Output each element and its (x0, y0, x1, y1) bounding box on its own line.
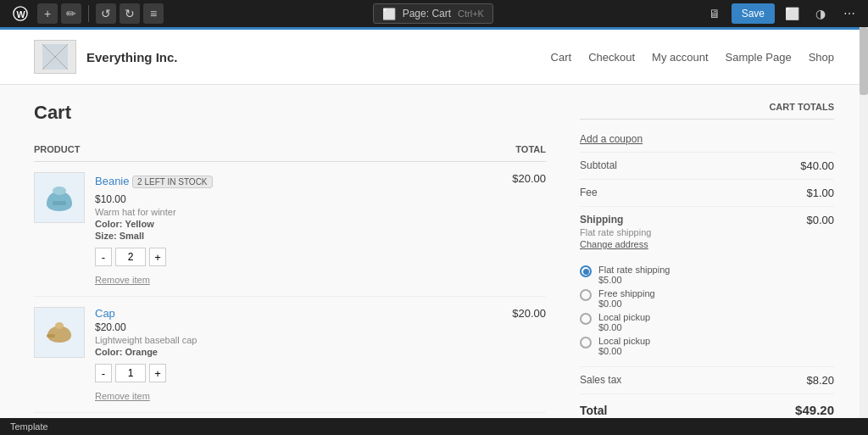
subtotal-label: Subtotal (580, 159, 617, 171)
change-address-link[interactable]: Change address (580, 239, 651, 249)
product-desc-beanie: Warm hat for winter (95, 207, 465, 217)
page-indicator[interactable]: ⬜ Page: Cart Ctrl+K (373, 3, 493, 24)
cart-totals-title: CART TOTALS (580, 102, 834, 120)
list-view-button[interactable]: ≡ (143, 3, 164, 24)
total-beanie: $20.00 (465, 162, 546, 297)
svg-rect-7 (53, 201, 66, 205)
qty-increase-beanie[interactable]: + (149, 248, 166, 266)
wordpress-icon[interactable]: W (7, 0, 34, 27)
nav-sample-page[interactable]: Sample Page (726, 51, 792, 64)
qty-decrease-cap[interactable]: - (95, 364, 112, 382)
option-flat-label: Flat rate shipping $5.00 (598, 265, 670, 285)
shipping-option-flat: Flat rate shipping $5.00 (580, 265, 834, 285)
shipping-options: Flat rate shipping $5.00 Free shipping $… (580, 261, 834, 360)
fee-label: Fee (580, 187, 598, 198)
pencil-button[interactable]: ✏ (61, 3, 81, 24)
separator (88, 5, 89, 22)
scrollbar-thumb[interactable] (860, 27, 868, 95)
main-content: Cart PRODUCT TOTAL (0, 85, 868, 435)
remove-cap[interactable]: Remove item (95, 391, 150, 401)
logo-area: Everything Inc. (34, 40, 178, 74)
radio-local-pickup-1[interactable] (580, 313, 592, 325)
undo-button[interactable]: ↺ (96, 3, 116, 24)
keyboard-shortcut: Ctrl+K (458, 8, 484, 19)
cart-title: Cart (34, 102, 546, 124)
nav-my-account[interactable]: My account (652, 51, 708, 64)
table-row: Beanie 2 LEFT IN STOCK $10.00 Warm hat f… (34, 162, 546, 297)
toolbar-right: 🖥 Save ⬜ ◑ ⋯ (703, 2, 861, 25)
table-row: Cap $20.00 Lightweight baseball cap Colo… (34, 297, 546, 413)
cart-totals-section: CART TOTALS Add a coupon Subtotal $40.00… (580, 102, 834, 435)
site-name: Everything Inc. (86, 50, 178, 64)
shipping-option-local1: Local pickup $0.00 (580, 312, 834, 332)
template-label: Template (10, 421, 48, 432)
add-button[interactable]: + (37, 3, 58, 24)
product-price-cap: $20.00 (95, 321, 465, 333)
remove-beanie[interactable]: Remove item (95, 275, 150, 285)
radio-flat-rate[interactable] (580, 265, 592, 277)
redo-button[interactable]: ↻ (120, 3, 140, 24)
option-local1-label: Local pickup $0.00 (598, 312, 650, 332)
site-header: Everything Inc. Cart Checkout My account… (0, 30, 868, 85)
svg-point-6 (53, 187, 66, 195)
product-color-beanie: Color: Yellow (95, 219, 465, 229)
qty-input-cap[interactable] (115, 364, 146, 382)
product-name-cap[interactable]: Cap (95, 307, 115, 320)
shipping-option-free: Free shipping $0.00 (580, 288, 834, 309)
nav-cart[interactable]: Cart (551, 51, 572, 64)
qty-control-cap: - + (95, 364, 465, 382)
desktop-view-button[interactable]: 🖥 (703, 2, 726, 25)
page-name: Page: Cart (403, 8, 451, 20)
product-desc-cap: Lightweight baseball cap (95, 335, 465, 345)
contrast-button[interactable]: ◑ (809, 2, 832, 25)
shipping-sub: Flat rate shipping (580, 227, 651, 237)
sales-tax-row: Sales tax $8.20 (580, 367, 834, 394)
product-details-cap: Cap $20.00 Lightweight baseball cap Colo… (95, 307, 465, 402)
product-image-cap (34, 307, 85, 358)
product-row-beanie: Beanie 2 LEFT IN STOCK $10.00 Warm hat f… (34, 172, 465, 286)
product-image-beanie (34, 172, 85, 223)
shipping-value: $0.00 (806, 214, 834, 226)
total-column-header: TOTAL (465, 137, 546, 162)
scrollbar-track (860, 27, 868, 418)
sales-tax-value: $8.20 (806, 374, 834, 387)
product-name-beanie[interactable]: Beanie (95, 175, 129, 187)
qty-decrease-beanie[interactable]: - (95, 248, 112, 266)
nav-shop[interactable]: Shop (809, 51, 834, 64)
fee-value: $1.00 (806, 187, 834, 199)
product-details-beanie: Beanie 2 LEFT IN STOCK $10.00 Warm hat f… (95, 172, 465, 286)
radio-free-shipping[interactable] (580, 289, 592, 301)
product-price-beanie: $10.00 (95, 193, 465, 205)
shipping-row: Shipping Flat rate shipping Change addre… (580, 207, 834, 367)
radio-local-pickup-2[interactable] (580, 337, 592, 349)
template-bar: Template (0, 418, 868, 435)
site-logo (34, 40, 76, 74)
page-wrapper: Everything Inc. Cart Checkout My account… (0, 27, 868, 435)
fee-row: Fee $1.00 (580, 180, 834, 207)
product-column-header: PRODUCT (34, 137, 465, 162)
radio-inner-flat (583, 269, 589, 275)
tablet-view-button[interactable]: ⬜ (780, 2, 804, 25)
page-icon: ⬜ (382, 8, 396, 20)
save-button[interactable]: Save (732, 3, 775, 24)
qty-control-beanie: - + (95, 248, 465, 266)
more-options-button[interactable]: ⋯ (837, 2, 861, 25)
svg-point-10 (55, 322, 64, 329)
total-value: $49.20 (795, 403, 834, 417)
qty-increase-cap[interactable]: + (149, 364, 166, 382)
svg-text:W: W (17, 9, 26, 20)
option-local2-label: Local pickup $0.00 (598, 336, 650, 356)
nav-checkout[interactable]: Checkout (588, 51, 635, 64)
cart-table: PRODUCT TOTAL (34, 137, 546, 413)
add-coupon-link[interactable]: Add a coupon (580, 133, 643, 145)
shipping-left: Shipping Flat rate shipping Change addre… (580, 214, 651, 249)
subtotal-value: $40.00 (800, 159, 834, 172)
product-cell-cap: Cap $20.00 Lightweight baseball cap Colo… (34, 297, 465, 413)
qty-input-beanie[interactable] (115, 248, 146, 266)
option-free-label: Free shipping $0.00 (598, 288, 655, 309)
add-coupon-row: Add a coupon (580, 126, 834, 153)
cart-section: Cart PRODUCT TOTAL (34, 102, 546, 435)
toolbar: W + ✏ ↺ ↻ ≡ ⬜ Page: Cart Ctrl+K 🖥 Save ⬜… (0, 0, 868, 27)
product-cell-beanie: Beanie 2 LEFT IN STOCK $10.00 Warm hat f… (34, 162, 465, 297)
toolbar-center: ⬜ Page: Cart Ctrl+K (167, 3, 699, 24)
